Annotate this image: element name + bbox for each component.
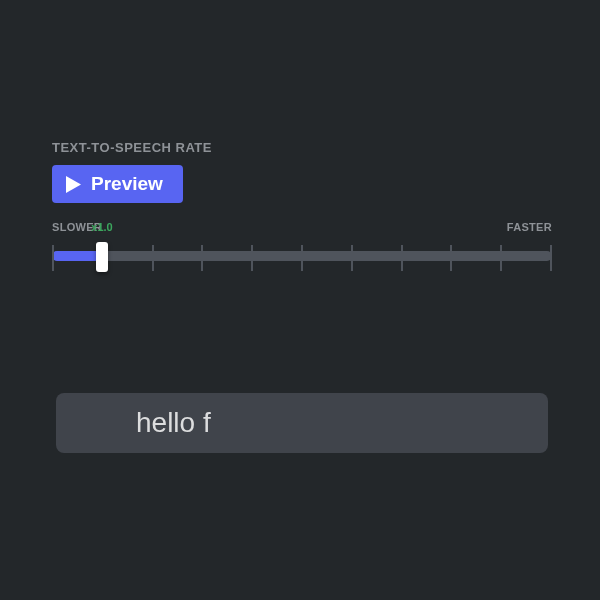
message-input[interactable]: [56, 393, 548, 453]
slider-tick: [301, 245, 303, 271]
slider-tick: [52, 245, 54, 271]
play-icon: [66, 176, 81, 193]
slider-tick: [550, 245, 552, 271]
tts-rate-slider[interactable]: x1.0: [52, 239, 552, 285]
slider-ticks: [52, 245, 552, 277]
slider-tick: [401, 245, 403, 271]
slider-tick: [152, 245, 154, 271]
slider-faster-label: FASTER: [507, 221, 552, 233]
slider-thumb[interactable]: [96, 242, 108, 272]
slider-tick: [251, 245, 253, 271]
preview-button-label: Preview: [91, 173, 163, 195]
preview-button[interactable]: Preview: [52, 165, 183, 203]
slider-tick: [500, 245, 502, 271]
svg-marker-0: [66, 176, 81, 193]
tts-rate-header: TEXT-TO-SPEECH RATE: [52, 140, 552, 155]
slider-tick: [450, 245, 452, 271]
slider-tick: [351, 245, 353, 271]
slider-tick: [201, 245, 203, 271]
slider-value-bubble: x1.0: [91, 221, 112, 233]
